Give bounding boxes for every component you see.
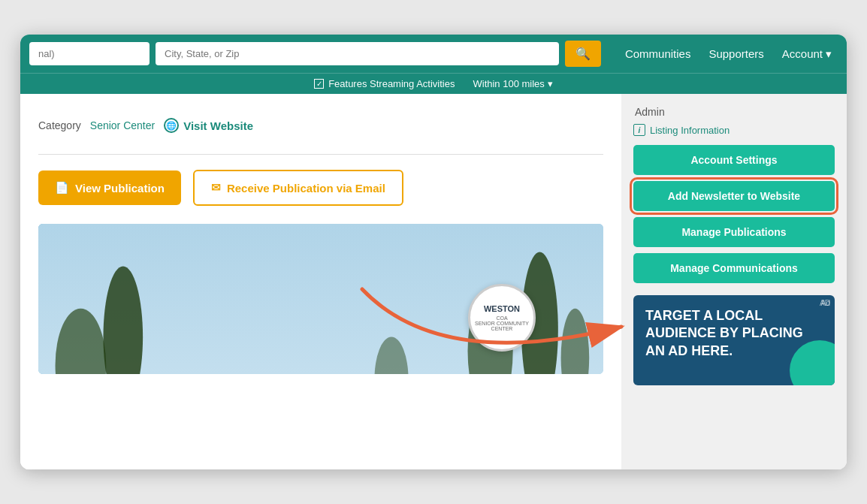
account-label: Account	[782, 47, 823, 60]
main-wrapper: Category Senior Center 🌐 Visit Website 📄…	[20, 94, 847, 469]
supporters-link[interactable]: Supporters	[708, 47, 763, 60]
visit-website-button[interactable]: 🌐 Visit Website	[164, 118, 253, 133]
view-publication-label: View Publication	[75, 182, 165, 195]
search-name-input[interactable]	[29, 42, 150, 65]
miles-chevron-icon: ▾	[548, 78, 553, 89]
navbar: 🔍 Communities Supporters Account ▾	[20, 35, 847, 73]
sidebar: Admin i Listing Information Account Sett…	[621, 94, 847, 469]
main-content: Category Senior Center 🌐 Visit Website 📄…	[20, 94, 847, 469]
manage-publications-button[interactable]: Manage Publications	[633, 217, 835, 247]
globe-icon: 🌐	[164, 118, 179, 133]
info-icon: i	[633, 124, 645, 136]
content-area: Category Senior Center 🌐 Visit Website 📄…	[20, 94, 621, 469]
listing-info-label: Listing Information	[650, 125, 730, 136]
admin-title: Admin	[633, 106, 835, 118]
chevron-down-icon: ▾	[826, 47, 832, 61]
publication-image: WESTON COASENIOR COMMUNITY CENTER	[38, 224, 603, 374]
search-icon: 🔍	[575, 47, 591, 60]
weston-badge: WESTON COASENIOR COMMUNITY CENTER	[468, 284, 536, 352]
communities-link[interactable]: Communities	[625, 47, 691, 60]
account-settings-button[interactable]: Account Settings	[633, 145, 835, 175]
category-label: Category	[38, 119, 81, 131]
publication-icon: 📄	[55, 181, 69, 195]
listing-info-link[interactable]: i Listing Information	[633, 124, 835, 136]
streaming-checkbox[interactable]	[314, 79, 324, 89]
ad-text: TARGET A LOCAL AUDIENCE BY PLACING AN AD…	[645, 308, 803, 358]
manage-communications-button[interactable]: Manage Communications	[633, 253, 835, 283]
weston-sub: COASENIOR COMMUNITY CENTER	[470, 315, 533, 331]
ad-decoration	[790, 340, 835, 385]
receive-email-button[interactable]: ✉ Receive Publication via Email	[193, 170, 403, 206]
streaming-label: Features Streaming Activities	[328, 78, 455, 89]
email-icon: ✉	[211, 181, 221, 195]
add-newsletter-button[interactable]: Add Newsletter to Website	[633, 181, 835, 211]
navbar-links: Communities Supporters Account ▾	[610, 35, 847, 73]
receive-email-label: Receive Publication via Email	[227, 182, 385, 195]
ad-label: Ad	[820, 298, 830, 308]
divider	[38, 154, 603, 155]
search-button[interactable]: 🔍	[565, 41, 601, 67]
miles-select[interactable]: Within 100 miles ▾	[473, 78, 552, 89]
admin-panel: Admin i Listing Information Account Sett…	[633, 106, 835, 283]
view-publication-button[interactable]: 📄 View Publication	[38, 171, 181, 205]
search-area: 🔍	[20, 35, 610, 73]
weston-name: WESTON	[484, 304, 520, 314]
ad-panel: Ad TARGET A LOCAL AUDIENCE BY PLACING AN…	[633, 295, 835, 385]
action-buttons: 📄 View Publication ✉ Receive Publication…	[38, 170, 603, 206]
account-menu[interactable]: Account ▾	[782, 47, 832, 61]
streaming-filter[interactable]: Features Streaming Activities	[314, 78, 455, 89]
subnav: Features Streaming Activities Within 100…	[20, 73, 847, 94]
category-row: Category Senior Center 🌐 Visit Website	[38, 109, 603, 148]
category-link[interactable]: Senior Center	[90, 119, 155, 131]
search-location-input[interactable]	[156, 42, 559, 65]
miles-label: Within 100 miles	[473, 78, 544, 89]
visit-website-label: Visit Website	[183, 119, 253, 132]
